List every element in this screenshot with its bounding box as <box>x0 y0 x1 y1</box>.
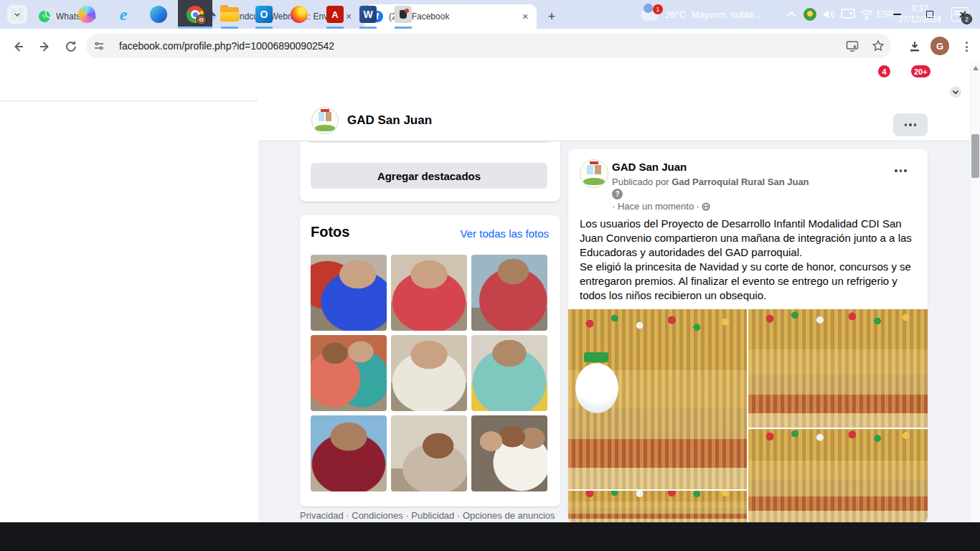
weather-badge: 1 <box>653 4 663 14</box>
published-prefix: Publicado por <box>612 176 672 187</box>
browser-menu-icon[interactable] <box>957 37 976 56</box>
taskbar-java-app-icon[interactable] <box>386 0 420 29</box>
page-header-bar: GAD San Juan <box>258 100 970 141</box>
post-card: GAD San Juan Publicado por Gad Parroquia… <box>568 149 928 522</box>
tray-volume-icon[interactable] <box>822 0 837 29</box>
page-header-avatar[interactable] <box>311 107 339 134</box>
taskbar-firefox-icon[interactable] <box>282 0 316 29</box>
taskbar-outlook-icon[interactable]: O <box>247 0 281 29</box>
back-button[interactable] <box>9 37 27 56</box>
taskbar-chrome-icon[interactable]: G <box>178 0 212 29</box>
new-tab-button[interactable]: + <box>542 7 561 26</box>
language-indicator[interactable]: ESP <box>877 0 894 29</box>
photos-title: Fotos <box>311 224 349 240</box>
monitor-icon <box>841 9 855 20</box>
post-author-name[interactable]: GAD San Juan <box>612 161 687 173</box>
messenger-badge: 4 <box>878 65 890 77</box>
photo-thumbnail[interactable] <box>391 415 467 491</box>
tray-antivirus-icon[interactable] <box>804 0 816 29</box>
tray-display-icon[interactable] <box>841 0 855 29</box>
photo-thumbnail[interactable] <box>311 415 387 491</box>
screen: WhatsApp ✕ Roundcube Webmail :: Enviados… <box>0 0 980 551</box>
speaker-icon <box>822 8 837 21</box>
scrollbar-thumb[interactable] <box>971 134 979 178</box>
install-icon[interactable] <box>845 39 859 53</box>
post-timestamp[interactable]: · Hace un momento · <box>612 201 710 212</box>
post-photo[interactable] <box>568 491 747 522</box>
add-highlights-button[interactable]: Agregar destacados <box>311 163 547 189</box>
post-photo[interactable] <box>568 309 747 489</box>
facebook-navbar <box>0 63 980 100</box>
photo-thumbnail[interactable] <box>391 335 467 411</box>
tray-chevron-up[interactable] <box>786 0 796 29</box>
weather-widget[interactable]: 1 26°C Mayorm. nubla... <box>641 0 761 29</box>
downloads-icon[interactable] <box>905 37 924 56</box>
weather-cloud-icon: 1 <box>641 9 659 21</box>
post-published-by: Publicado por Gad Parroquial Rural San J… <box>612 176 809 187</box>
photo-thumbnail[interactable] <box>311 255 387 331</box>
photo-thumbnail[interactable] <box>471 335 547 411</box>
page-header-menu-button[interactable] <box>893 113 928 136</box>
taskbar-search-button[interactable] <box>34 0 69 29</box>
profile-chevron-icon <box>948 85 963 99</box>
photo-thumbnail[interactable] <box>311 335 387 411</box>
post-photo[interactable] <box>748 309 928 428</box>
weather-temp: 26°C <box>665 9 686 20</box>
search-icon <box>44 6 60 22</box>
taskbar-copilot-icon[interactable] <box>70 0 104 29</box>
photos-card: Fotos Ver todas las fotos <box>300 215 560 507</box>
photo-thumbnail[interactable] <box>471 255 547 331</box>
help-question-icon[interactable]: ? <box>612 189 623 199</box>
start-button[interactable] <box>0 0 34 29</box>
scroll-up-arrow[interactable] <box>973 66 979 70</box>
taskbar-file-explorer-icon[interactable] <box>212 0 247 29</box>
globe-icon <box>702 202 710 211</box>
taskbar-word-icon[interactable]: W <box>351 0 385 29</box>
post-author-avatar[interactable] <box>580 159 608 188</box>
post-photo[interactable] <box>748 429 928 522</box>
weather-desc: Mayorm. nubla... <box>692 9 761 20</box>
clock-time: 9:37 <box>911 4 928 14</box>
post-photo-collage <box>568 309 928 522</box>
notification-count-badge: 2 <box>961 14 972 24</box>
footer-links[interactable]: Privacidad · Condiciones · Publicidad · … <box>300 510 555 521</box>
windows-taskbar <box>0 522 980 551</box>
address-bar[interactable]: facebook.com/profile.php?id=100068900902… <box>86 34 891 58</box>
post-menu-icon[interactable] <box>895 169 907 172</box>
taskbar-edge-icon[interactable] <box>141 0 176 29</box>
reload-button[interactable] <box>62 37 80 56</box>
chevron-up-icon <box>786 11 796 17</box>
post-body-text: Los usuarios del Proyecto de Desarrollo … <box>580 217 917 303</box>
browser-profile-avatar[interactable]: G <box>930 37 949 55</box>
timestamp-text: · Hace un momento · <box>612 201 699 212</box>
tab-close-icon[interactable]: ✕ <box>519 11 531 22</box>
admin-sidebar <box>0 100 258 522</box>
page-header-name: GAD San Juan <box>347 113 432 128</box>
site-info-icon[interactable] <box>92 39 106 53</box>
notification-center-button[interactable]: 2 <box>951 0 969 29</box>
clock-date: 27/12/2024 <box>898 14 941 24</box>
tray-wifi-icon[interactable] <box>859 0 874 29</box>
published-by-page[interactable]: Gad Parroquial Rural San Juan <box>672 176 809 187</box>
taskbar-acrobat-icon[interactable]: A <box>318 0 352 29</box>
bookmark-star-icon[interactable] <box>871 39 885 53</box>
forward-button[interactable] <box>36 37 55 56</box>
page-scrollbar[interactable] <box>970 63 980 522</box>
photo-thumbnail[interactable] <box>471 415 547 491</box>
url-text[interactable]: facebook.com/profile.php?id=100068900902… <box>119 40 839 52</box>
photos-grid <box>311 255 547 491</box>
notification-icon: 2 <box>951 7 969 22</box>
notifications-badge: 20+ <box>911 65 930 77</box>
taskbar-internet-explorer-icon[interactable]: e <box>106 0 141 29</box>
wifi-icon <box>859 9 874 20</box>
see-all-photos-link[interactable]: Ver todas las fotos <box>461 227 549 240</box>
photo-thumbnail[interactable] <box>391 255 467 331</box>
clock-widget[interactable]: 9:37 27/12/2024 <box>894 0 946 29</box>
